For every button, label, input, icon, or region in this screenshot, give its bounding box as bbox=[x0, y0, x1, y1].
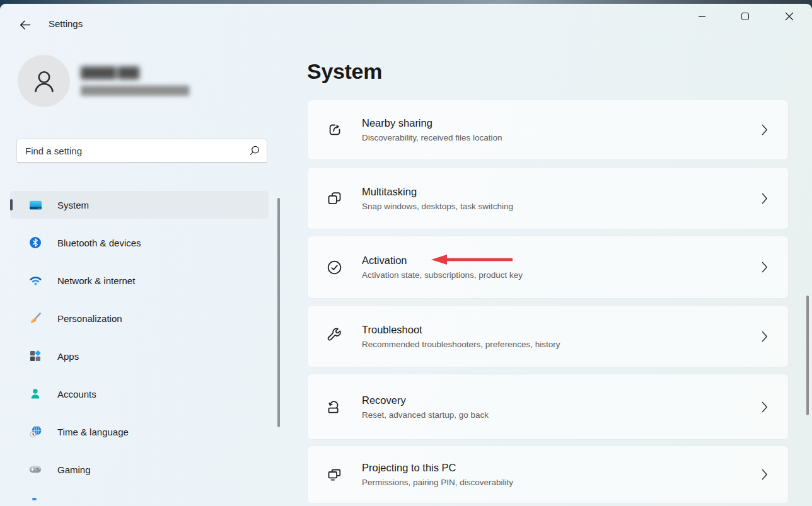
sidebar-item-system[interactable]: System bbox=[10, 191, 269, 219]
sidebar-item-bluetooth-devices[interactable]: Bluetooth & devices bbox=[10, 229, 269, 256]
card-text: Recovery Reset, advanced startup, go bac… bbox=[362, 394, 489, 420]
user-name: █████ ███ bbox=[81, 67, 139, 79]
back-button[interactable] bbox=[14, 14, 37, 36]
wrench-icon bbox=[325, 328, 343, 345]
paintbrush-icon bbox=[28, 311, 43, 326]
projecting-screens-icon bbox=[325, 466, 343, 483]
person-icon bbox=[28, 386, 43, 401]
back-arrow-icon bbox=[19, 19, 32, 32]
sidebar-scrollbar[interactable] bbox=[277, 198, 280, 427]
card-multitasking[interactable]: Multitasking Snap windows, desktops, tas… bbox=[307, 167, 789, 229]
sidebar-item-label: Gaming bbox=[57, 464, 91, 475]
content-scrollbar[interactable] bbox=[806, 296, 809, 415]
card-title: Nearby sharing bbox=[362, 117, 502, 129]
sidebar-item-label: System bbox=[57, 200, 89, 210]
sidebar-item-label: Accounts bbox=[57, 389, 96, 400]
overlapping-windows-icon bbox=[325, 190, 343, 207]
card-subtitle: Snap windows, desktops, task switching bbox=[362, 202, 513, 211]
page-title: System bbox=[307, 59, 382, 84]
apps-grid-icon bbox=[28, 348, 43, 364]
chevron-right-icon bbox=[762, 124, 768, 136]
share-icon bbox=[325, 121, 343, 139]
card-text: Activation Activation state, subscriptio… bbox=[362, 255, 523, 280]
display-icon bbox=[28, 197, 43, 212]
close-button[interactable] bbox=[775, 4, 804, 28]
sidebar-item-gaming[interactable]: Gaming bbox=[10, 456, 269, 483]
sidebar-item-personalization[interactable]: Personalization bbox=[10, 304, 269, 332]
chevron-right-icon bbox=[762, 261, 768, 273]
chevron-right-icon bbox=[762, 330, 768, 343]
card-nearby-sharing[interactable]: Nearby sharing Discoverability, received… bbox=[307, 100, 789, 160]
bluetooth-icon bbox=[28, 235, 43, 250]
minimize-icon bbox=[699, 16, 705, 17]
checkmark-circle-icon bbox=[325, 258, 343, 276]
card-activation[interactable]: Activation Activation state, subscriptio… bbox=[307, 236, 789, 299]
sidebar-item-time-language[interactable]: Time & language bbox=[10, 418, 269, 446]
card-troubleshoot[interactable]: Troubleshoot Recommended troubleshooters… bbox=[307, 305, 789, 367]
search-input[interactable] bbox=[16, 139, 267, 163]
card-subtitle: Permissions, pairing PIN, discoverabilit… bbox=[362, 478, 513, 487]
globe-clock-icon bbox=[28, 424, 43, 439]
user-email: ████████████████████ bbox=[81, 86, 188, 95]
maximize-icon bbox=[741, 13, 749, 20]
card-text: Nearby sharing Discoverability, received… bbox=[362, 117, 502, 142]
card-projecting-to-this-pc[interactable]: Projecting to this PC Permissions, pairi… bbox=[307, 446, 789, 503]
sidebar-item-label: Time & language bbox=[57, 427, 129, 437]
wifi-icon bbox=[28, 273, 43, 288]
search-box bbox=[16, 139, 267, 163]
sidebar-item-label: Apps bbox=[57, 351, 79, 362]
maximize-button[interactable] bbox=[731, 4, 760, 28]
card-subtitle: Recommended troubleshooters, preferences… bbox=[362, 340, 560, 349]
person-silhouette-icon bbox=[30, 67, 59, 96]
sidebar-item-network-internet[interactable]: Network & internet bbox=[10, 267, 269, 294]
recovery-box-icon bbox=[325, 398, 343, 416]
sidebar-item-apps[interactable]: Apps bbox=[10, 342, 269, 370]
card-recovery[interactable]: Recovery Reset, advanced startup, go bac… bbox=[307, 374, 789, 440]
search-icon bbox=[249, 145, 260, 159]
card-text: Projecting to this PC Permissions, pairi… bbox=[362, 462, 513, 487]
minimize-button[interactable] bbox=[687, 4, 716, 28]
card-title: Recovery bbox=[362, 394, 489, 406]
card-text: Troubleshoot Recommended troubleshooters… bbox=[362, 324, 560, 349]
chevron-right-icon bbox=[762, 401, 768, 413]
card-title: Activation bbox=[362, 255, 523, 267]
sidebar-item-accounts[interactable]: Accounts bbox=[10, 380, 269, 408]
sidebar-item-label: Bluetooth & devices bbox=[57, 238, 141, 248]
card-title: Troubleshoot bbox=[362, 324, 560, 336]
sidebar-item-label: Network & internet bbox=[57, 275, 135, 286]
card-subtitle: Reset, advanced startup, go back bbox=[362, 410, 489, 420]
gamepad-icon bbox=[28, 462, 43, 477]
chevron-right-icon bbox=[762, 468, 768, 481]
close-icon bbox=[785, 12, 794, 21]
card-title: Projecting to this PC bbox=[362, 462, 513, 474]
selected-indicator bbox=[10, 199, 13, 210]
chevron-right-icon bbox=[762, 192, 768, 205]
app-title: Settings bbox=[49, 18, 83, 29]
sidebar-item-label: Personalization bbox=[57, 313, 122, 324]
avatar bbox=[18, 55, 70, 107]
card-text: Multitasking Snap windows, desktops, tas… bbox=[362, 186, 513, 211]
card-subtitle: Activation state, subscriptions, product… bbox=[362, 270, 523, 280]
card-title: Multitasking bbox=[362, 186, 513, 198]
card-subtitle: Discoverability, received files location bbox=[362, 133, 502, 142]
sidebar-item-partial[interactable] bbox=[32, 498, 37, 500]
settings-window: Settings █████ ███ ████████████████████ bbox=[0, 4, 812, 506]
